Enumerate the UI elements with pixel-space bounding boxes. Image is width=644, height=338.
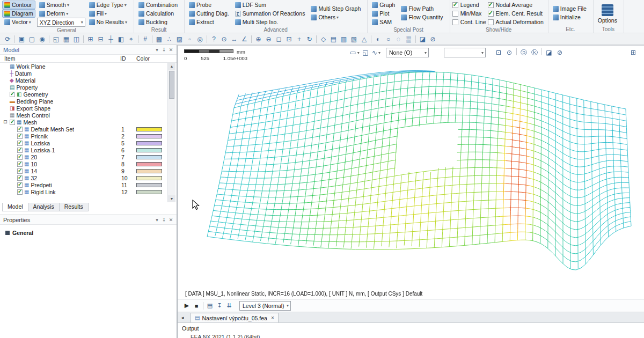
tab-scroll-left-icon[interactable]: ◂: [179, 313, 186, 322]
edge-type-button[interactable]: Edge Type▾: [87, 1, 129, 9]
monitor-icon[interactable]: ◫: [71, 34, 82, 44]
fill-button[interactable]: Fill▾: [87, 9, 129, 18]
tree-item-datum[interactable]: ┼Datum: [0, 70, 167, 77]
tree-scrollbar[interactable]: ▲ ▼: [167, 63, 175, 202]
no-results-button[interactable]: No Results▾: [87, 18, 129, 26]
side-view-icon[interactable]: ▧: [349, 34, 359, 44]
level-combo[interactable]: Level 3 (Normal) ▾: [239, 301, 291, 311]
others-button[interactable]: Others▾: [309, 13, 363, 21]
clip-toggle-icon[interactable]: ◪: [544, 48, 554, 57]
zoom-in-icon[interactable]: ⊕: [253, 34, 264, 44]
hidden-line-icon[interactable]: ◌: [393, 34, 404, 44]
close-icon[interactable]: ✕: [167, 47, 174, 53]
capture-icon[interactable]: ◱: [51, 34, 61, 44]
shaded-icon[interactable]: ◐: [373, 34, 383, 44]
measure-icon[interactable]: ↔: [229, 34, 239, 44]
options-button[interactable]: Options: [596, 3, 619, 24]
tree-item-export-shape[interactable]: ◨Export Shape: [0, 105, 167, 112]
secondary-combo[interactable]: ▾: [444, 48, 486, 57]
vector-button[interactable]: Vector▾: [2, 18, 35, 26]
probe-result-icon[interactable]: ⊙: [219, 34, 229, 44]
probe-button[interactable]: Probe: [187, 1, 231, 9]
deform-button[interactable]: Deform▾: [37, 9, 85, 18]
checkbox-legend[interactable]: Legend: [452, 1, 486, 9]
unlock-icon[interactable]: ▢: [27, 34, 37, 44]
close-icon[interactable]: ×: [271, 315, 274, 321]
pan-icon[interactable]: +: [294, 34, 304, 44]
axis-icon[interactable]: ┼: [106, 34, 116, 44]
checkbox-icon[interactable]: [17, 141, 23, 146]
sam-button[interactable]: SAM: [370, 18, 397, 26]
node-label-icon[interactable]: ⓑ: [518, 48, 529, 57]
tree-item-10[interactable]: ▦108: [0, 160, 167, 167]
stop-icon[interactable]: ■: [192, 301, 201, 311]
tree-item-mesh-control[interactable]: ▦Mesh Control: [0, 112, 167, 119]
angle-icon[interactable]: ∠: [239, 34, 250, 44]
checkbox-icon[interactable]: [17, 189, 23, 195]
summation-of-reactions-button[interactable]: ΣSummation Of Reactions: [233, 9, 308, 18]
flow-quantity-button[interactable]: Flow Quantity: [399, 13, 445, 21]
zoom-window-icon[interactable]: ⊡: [284, 34, 294, 44]
extract-button[interactable]: Extract: [187, 18, 231, 26]
tree-item-loziska-1[interactable]: ▦Loziska-16: [0, 146, 167, 153]
iso-view-icon[interactable]: ◇: [318, 34, 328, 44]
play-icon[interactable]: ▶: [182, 301, 192, 311]
grid-icon[interactable]: ⊞: [85, 34, 96, 44]
checkbox-icon[interactable]: [17, 148, 23, 153]
rotate-icon[interactable]: ↻: [304, 34, 314, 44]
checkbox-actual-deformation[interactable]: Actual Deformation: [488, 18, 544, 26]
tree-item-geometry[interactable]: ◧Geometry: [0, 91, 167, 98]
checkbox-icon[interactable]: [10, 92, 15, 97]
scroll-down-icon[interactable]: ▼: [168, 195, 175, 202]
cutting-diag-button[interactable]: Cutting Diag.: [187, 9, 231, 18]
pin-icon[interactable]: ↧: [160, 47, 167, 53]
transparency-icon[interactable]: ▒: [404, 34, 414, 44]
min-max-tag-icon[interactable]: ⊙: [504, 48, 515, 57]
view-control-icon[interactable]: ⊞: [628, 48, 639, 57]
top-view-icon[interactable]: ▤: [328, 34, 339, 44]
multi-step-graph-button[interactable]: Multi Step Graph: [309, 4, 363, 13]
ucs-icon[interactable]: ⌖: [126, 34, 136, 44]
lock-icon[interactable]: ▣: [17, 34, 27, 44]
result-tag-icon[interactable]: ⊡: [493, 48, 504, 57]
record-graph-icon[interactable]: ▤: [205, 301, 215, 311]
result-type-combo[interactable]: None (O) ▾: [386, 48, 429, 57]
flow-path-button[interactable]: Flow Path: [399, 4, 445, 13]
contour-button[interactable]: Contour: [2, 1, 35, 9]
section-toggle-icon[interactable]: ⊘: [554, 48, 565, 57]
result-view-canvas[interactable]: [178, 46, 644, 290]
tree-item-predpeti[interactable]: ▦Predpeti11: [0, 181, 167, 188]
close-icon[interactable]: ✕: [167, 217, 174, 223]
initialize-button[interactable]: Initialize: [551, 13, 589, 21]
section-view-icon[interactable]: ⊘: [428, 34, 438, 44]
zoom-dropdown-icon[interactable]: ▭▾: [349, 48, 360, 57]
checkbox-icon[interactable]: [17, 155, 23, 160]
grid-snap-icon[interactable]: ⊟: [96, 34, 106, 44]
perspective-icon[interactable]: △: [359, 34, 369, 44]
clip-plane-icon[interactable]: ◪: [418, 34, 428, 44]
tree-item-default-mesh-set[interactable]: ▦Default Mesh Set1: [0, 126, 167, 133]
tree-item-pricnik[interactable]: ▦Pricnik2: [0, 133, 167, 139]
checkbox-icon[interactable]: [17, 175, 23, 181]
smooth-button[interactable]: Smooth▾: [37, 1, 85, 9]
checkbox-icon[interactable]: [17, 134, 23, 139]
scroll-thumb[interactable]: [169, 71, 174, 99]
calculation-button[interactable]: Calculation: [136, 9, 180, 18]
tab-results[interactable]: Results: [59, 203, 89, 211]
buckling-button[interactable]: Buckling: [136, 18, 180, 26]
tree-item-32[interactable]: ▦3210: [0, 174, 167, 181]
checkbox-icon[interactable]: [17, 168, 23, 174]
pin-view-icon[interactable]: ◉: [37, 34, 47, 44]
zoom-fit-icon[interactable]: ◻: [274, 34, 284, 44]
combination-button[interactable]: Combination: [136, 1, 180, 9]
node-display-icon[interactable]: ∴: [164, 34, 174, 44]
document-tab[interactable]: ▤ Nastavení výpočtu_05.fea ×: [191, 313, 279, 322]
tree-item-loziska[interactable]: ▦Loziska5: [0, 139, 167, 146]
diagram-button[interactable]: Diagram: [2, 9, 35, 18]
element-display-icon[interactable]: ▨: [174, 34, 185, 44]
hash-icon[interactable]: #: [140, 34, 150, 44]
tab-analysis[interactable]: Analysis: [28, 203, 60, 211]
tree-item-material[interactable]: ◆Material: [0, 77, 167, 84]
checkbox-min-max[interactable]: Min/Max: [452, 9, 486, 18]
query-icon[interactable]: ?: [209, 34, 219, 44]
